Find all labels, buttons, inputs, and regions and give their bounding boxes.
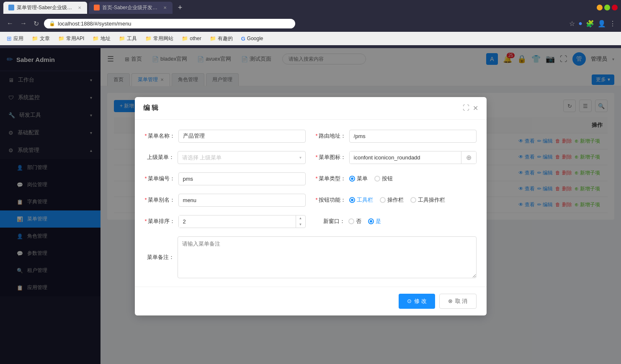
menu-type-radio-menu[interactable]: 菜单 [349, 175, 368, 182]
menu-code-input[interactable] [178, 172, 306, 185]
modal-close-icon[interactable]: ✕ [473, 104, 478, 112]
minimize-button[interactable] [597, 5, 603, 10]
bookmark-apps-label: 应用 [13, 35, 23, 42]
refresh-button[interactable]: ↻ [32, 18, 41, 29]
menu-type-circle-btn [374, 176, 380, 182]
spinner-up-button[interactable]: ▲ [296, 215, 305, 222]
tab-2[interactable]: 首页-Saber企业级开发平台 ✕ [89, 2, 173, 14]
close-button[interactable] [612, 5, 618, 10]
title-bar: 菜单管理-Saber企业级开发平台 ✕ 首页-Saber企业级开发平台 ✕ + [0, 0, 621, 15]
main-content: ☰ ⊞ 首页 📄 bladex官网 📄 avuex官网 📄 测试页面 [100, 48, 621, 364]
new-tab-button[interactable]: + [174, 2, 186, 13]
icon-input-wrap: ⊕ [349, 151, 477, 164]
bookmark-tools[interactable]: 📁 工具 [116, 34, 140, 43]
modal-header-actions: ⛶ ✕ [463, 104, 478, 112]
profile-icon[interactable]: 👤 [598, 20, 606, 28]
tab-1-close[interactable]: ✕ [77, 5, 82, 10]
bookmark-google[interactable]: G Google [238, 35, 267, 43]
parent-select[interactable]: 请选择 上级菜单 [178, 151, 306, 164]
menu-alias-input[interactable] [178, 194, 306, 207]
extensions-icon[interactable]: 🧩 [586, 20, 594, 28]
tab-2-close[interactable]: ✕ [162, 5, 167, 10]
spinner-wrap: ▲ ▼ [178, 215, 306, 228]
btn-func-circle-opbar [380, 197, 386, 203]
menu-icon-input[interactable] [350, 151, 461, 164]
btn-func-radio-toolbar[interactable]: 工具栏 [349, 196, 373, 204]
menu-type-circle-menu [349, 176, 355, 182]
bookmarks-bar: ⊞ 应用 📁 文章 📁 常用API 📁 地址 📁 工具 📁 常用网站 📁 oth… [0, 32, 621, 45]
forward-button[interactable]: → [18, 18, 28, 29]
form-item-alias: 菜单别名： [145, 194, 306, 207]
address-bar[interactable]: 🔒 localhost:1888/#/system/menu [44, 19, 295, 28]
bookmark-fun[interactable]: 📁 有趣的 [206, 34, 236, 43]
modal-header: 编 辑 ⛶ ✕ [135, 97, 487, 120]
menu-icon[interactable]: ⋮ [609, 20, 616, 28]
form-item-menu-name: 菜单名称： [145, 130, 306, 143]
chrome-icon[interactable]: ● [578, 20, 582, 28]
menu-alias-label: 菜单别名： [145, 196, 175, 204]
menu-type-radio-btn[interactable]: 按钮 [374, 175, 393, 182]
new-window-radio-yes[interactable]: 是 [368, 218, 381, 225]
bookmark-google-label: Google [247, 36, 263, 41]
form-item-sort: 菜单排序： ▲ ▼ [145, 215, 306, 228]
bookmark-api[interactable]: 📁 常用API [55, 34, 88, 43]
app-layout: ✏ Saber Admin 🖥 工作台 ▾ 🛡 系统监控 ▾ 🔧 研发工具 ▾ … [0, 48, 621, 364]
form-item-note: 菜单备注： [145, 236, 477, 278]
spinner-down-button[interactable]: ▼ [296, 221, 305, 228]
cancel-button[interactable]: ⊗ 取 消 [439, 294, 477, 309]
form-item-btn-func: 按钮功能： 工具栏 操作栏 [316, 194, 477, 207]
bookmark-other[interactable]: 📁 other [178, 35, 204, 42]
modal-fullscreen-icon[interactable]: ⛶ [463, 104, 469, 112]
menu-type-label: 菜单类型： [316, 175, 346, 182]
confirm-button[interactable]: ⊙ 修 改 [399, 294, 435, 309]
menu-name-input[interactable] [178, 130, 306, 143]
new-window-radio-no[interactable]: 否 [348, 218, 361, 225]
address-text: localhost:1888/#/system/menu [58, 21, 131, 27]
bookmark-article-label: 文章 [40, 35, 50, 42]
bookmark-apps[interactable]: ⊞ 应用 [3, 34, 27, 43]
btn-func-label-both: 工具操作栏 [418, 196, 445, 204]
bookmark-address[interactable]: 📁 地址 [89, 34, 114, 43]
cancel-icon: ⊗ [448, 298, 453, 304]
modal-footer: ⊙ 修 改 ⊗ 取 消 [135, 287, 487, 315]
page-content: + 新增 ↻ ☰ 🔍 操作 👁 查看✏ 编辑🗑 删除⊕ 新增子项👁 查看✏ [100, 86, 621, 364]
menu-name-label: 菜单名称： [145, 132, 175, 140]
window-controls [597, 5, 618, 10]
confirm-label: 修 改 [414, 297, 427, 305]
form-item-icon: 菜单图标： ⊕ [316, 151, 477, 164]
menu-sort-input[interactable] [179, 215, 296, 228]
maximize-button[interactable] [604, 5, 610, 10]
parent-select-wrap: 请选择 上级菜单 ▾ [178, 151, 306, 164]
bookmark-address-label: 地址 [100, 35, 111, 42]
bookmark-article[interactable]: 📁 文章 [28, 34, 53, 43]
btn-func-label-toolbar: 工具栏 [357, 196, 373, 204]
tab-2-icon [94, 5, 100, 10]
bookmark-other-label: other [190, 36, 201, 41]
bookmark-websites[interactable]: 📁 常用网站 [142, 34, 177, 43]
new-window-label-no: 否 [356, 218, 361, 225]
new-window-label: 新窗口： [316, 218, 345, 225]
form-item-route: 路由地址： [316, 130, 477, 143]
btn-func-radio-both[interactable]: 工具操作栏 [410, 196, 445, 204]
browser-chrome: 菜单管理-Saber企业级开发平台 ✕ 首页-Saber企业级开发平台 ✕ + … [0, 0, 621, 48]
modal-dialog: 编 辑 ⛶ ✕ 菜单名称： [135, 97, 487, 315]
parent-label: 上级菜单： [145, 154, 174, 161]
form-row-1: 菜单名称： 路由地址： [145, 130, 477, 143]
btn-func-circle-toolbar [349, 197, 355, 203]
tab-1[interactable]: 菜单管理-Saber企业级开发平台 ✕ [3, 2, 87, 14]
bookmark-api-label: 常用API [66, 35, 84, 42]
btn-func-circle-both [410, 197, 416, 203]
form-row-3: 菜单编号： 菜单类型： 菜单 [145, 172, 477, 185]
back-button[interactable]: ← [5, 18, 15, 29]
route-input[interactable] [349, 130, 477, 143]
btn-func-radio-opbar[interactable]: 操作栏 [380, 196, 404, 204]
bookmark-fun-label: 有趣的 [218, 35, 233, 42]
modal-body: 菜单名称： 路由地址： 上级菜单： [135, 120, 487, 287]
star-icon[interactable]: ☆ [569, 20, 575, 28]
menu-note-textarea[interactable] [178, 236, 477, 278]
btn-func-label: 按钮功能： [316, 196, 346, 204]
menu-code-label: 菜单编号： [145, 175, 175, 182]
route-label: 路由地址： [316, 132, 346, 140]
form-row-4: 菜单别名： 按钮功能： 工具栏 [145, 194, 477, 207]
icon-pick-button[interactable]: ⊕ [461, 151, 476, 164]
